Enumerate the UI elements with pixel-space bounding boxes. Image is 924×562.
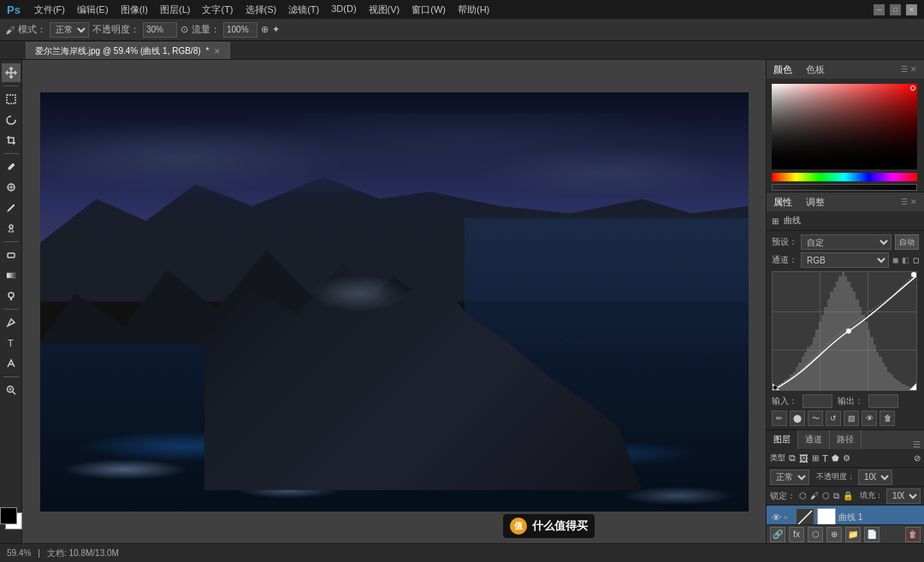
canvas-image[interactable] bbox=[40, 92, 749, 512]
close-button[interactable]: ✕ bbox=[906, 4, 917, 15]
panel-menu-btn[interactable]: ☰ bbox=[909, 440, 924, 449]
tool-pen[interactable] bbox=[2, 313, 21, 332]
mode-select[interactable]: 正常 bbox=[50, 22, 89, 38]
curves-pencil-tool[interactable]: ✏ bbox=[772, 411, 787, 426]
tool-clone[interactable] bbox=[2, 219, 21, 238]
curves-reset[interactable]: ↺ bbox=[826, 411, 841, 426]
tool-brush[interactable] bbox=[2, 198, 21, 217]
maximize-button[interactable]: □ bbox=[890, 4, 901, 15]
menu-text[interactable]: 文字(T) bbox=[198, 3, 236, 17]
tab-layers[interactable]: 图层 bbox=[767, 430, 798, 449]
eyedropper-white[interactable]: ◻ bbox=[913, 256, 919, 264]
lock-artboard[interactable]: ⧉ bbox=[833, 491, 839, 501]
flow-input[interactable]: 100% bbox=[223, 22, 258, 38]
delete-layer-button[interactable]: 🗑 bbox=[905, 527, 921, 542]
color-gradient[interactable] bbox=[772, 84, 917, 169]
tool-crop[interactable] bbox=[2, 131, 21, 150]
doc-size: 文档: 10.8M/13.0M bbox=[47, 547, 119, 559]
menu-filter[interactable]: 滤镜(T) bbox=[285, 3, 323, 17]
document-tab[interactable]: 爱尔兰海岸线.jpg @ 59.4% (曲线 1, RGB/8) * ✕ bbox=[26, 42, 230, 59]
opacity-input[interactable]: 30% bbox=[143, 22, 177, 38]
panel-collapse-icon[interactable]: ✕ bbox=[910, 65, 917, 74]
curves-eye[interactable]: 👁 bbox=[862, 411, 877, 426]
swatches-panel-title[interactable]: 色板 bbox=[806, 63, 825, 76]
status-divider: | bbox=[38, 548, 40, 558]
add-link-button[interactable]: 🔗 bbox=[770, 527, 785, 542]
lock-position[interactable]: ⬡ bbox=[822, 491, 830, 500]
tool-healing[interactable] bbox=[2, 178, 21, 197]
add-layer-button[interactable]: 📄 bbox=[864, 527, 880, 542]
output-label: 输出： bbox=[838, 395, 863, 407]
eyedropper-black[interactable]: ◼ bbox=[892, 256, 898, 264]
airbrush-icon[interactable]: ✦ bbox=[272, 24, 280, 35]
tool-gradient[interactable] bbox=[2, 266, 21, 285]
menu-layer[interactable]: 图层(L) bbox=[157, 3, 193, 17]
minimize-button[interactable]: ─ bbox=[874, 4, 885, 15]
menu-file[interactable]: 文件(F) bbox=[31, 3, 68, 17]
add-adjustment-button[interactable]: ⊕ bbox=[826, 527, 842, 542]
layer-visibility-curves[interactable]: 👁 bbox=[770, 512, 782, 524]
panel-menu-icon[interactable]: ☰ bbox=[901, 65, 908, 74]
add-mask-button[interactable]: ⬡ bbox=[808, 527, 823, 542]
layer-row-curves[interactable]: 👁 ▸ 曲线 1 bbox=[767, 506, 924, 524]
menu-help[interactable]: 帮助(H) bbox=[454, 3, 493, 17]
tool-path-selection[interactable] bbox=[2, 354, 21, 373]
curves-point-tool[interactable]: ⬤ bbox=[790, 411, 805, 426]
tool-zoom[interactable] bbox=[2, 381, 21, 399]
menu-window[interactable]: 窗口(W) bbox=[408, 3, 449, 17]
eyedropper-gray[interactable]: ◧ bbox=[902, 256, 909, 264]
adjustments-title[interactable]: 调整 bbox=[806, 196, 825, 209]
kind-filter-all[interactable]: ⧉ bbox=[789, 453, 796, 464]
opacity-select[interactable]: 100% bbox=[858, 470, 892, 485]
curves-clip[interactable]: ▧ bbox=[844, 411, 859, 426]
fg-bg-colors[interactable] bbox=[0, 507, 22, 529]
tool-eyedropper[interactable] bbox=[2, 157, 21, 176]
fill-select[interactable]: 100% bbox=[886, 488, 921, 504]
menu-3d[interactable]: 3D(D) bbox=[328, 3, 359, 17]
color-panel-header[interactable]: 颜色 色板 ☰ ✕ bbox=[767, 60, 924, 79]
lock-transparent[interactable]: ⬡ bbox=[799, 491, 807, 500]
preset-select[interactable]: 自定 bbox=[801, 234, 891, 250]
channel-select[interactable]: RGB bbox=[801, 252, 889, 268]
add-style-button[interactable]: fx bbox=[789, 527, 804, 542]
input-value[interactable] bbox=[803, 394, 832, 408]
panel-icons-2: ☰ ✕ bbox=[901, 198, 917, 206]
tool-lasso[interactable] bbox=[2, 110, 21, 129]
panel-collapse-icon-2[interactable]: ✕ bbox=[910, 198, 917, 206]
tab-paths[interactable]: 路径 bbox=[830, 430, 862, 449]
curves-graph[interactable] bbox=[772, 271, 917, 391]
layer-expand-curves: ▸ bbox=[785, 513, 793, 521]
canvas-area[interactable]: 值 什么值得买 bbox=[22, 60, 766, 543]
menu-image[interactable]: 图像(I) bbox=[117, 3, 151, 17]
kind-filter-type[interactable]: T bbox=[822, 453, 828, 464]
curves-smooth-tool[interactable]: 〜 bbox=[808, 411, 823, 426]
add-group-button[interactable]: 📁 bbox=[845, 527, 861, 542]
panel-menu-icon-2[interactable]: ☰ bbox=[901, 198, 908, 206]
properties-panel-header[interactable]: 属性 调整 ☰ ✕ bbox=[767, 192, 924, 211]
menu-edit[interactable]: 编辑(E) bbox=[74, 3, 112, 17]
kind-filter-smart[interactable]: ⚙ bbox=[843, 453, 850, 463]
lock-all[interactable]: 🔒 bbox=[843, 491, 853, 500]
kind-filter-adj[interactable]: ⊞ bbox=[812, 453, 819, 463]
output-high-point bbox=[911, 272, 916, 277]
auto-button[interactable]: 自动 bbox=[895, 234, 919, 250]
kind-filter-shape[interactable]: ⬟ bbox=[832, 453, 839, 463]
filter-toggle[interactable]: ⊘ bbox=[914, 453, 921, 463]
menu-view[interactable]: 视图(V) bbox=[365, 3, 404, 17]
tool-move[interactable] bbox=[2, 63, 21, 82]
foreground-color[interactable] bbox=[0, 507, 17, 524]
lock-image[interactable]: 🖌 bbox=[810, 491, 819, 500]
tab-close-button[interactable]: ✕ bbox=[214, 47, 221, 56]
tab-channels[interactable]: 通道 bbox=[798, 430, 830, 449]
color-spectrum[interactable] bbox=[772, 173, 917, 181]
alpha-bar[interactable] bbox=[772, 184, 917, 191]
tool-eraser[interactable] bbox=[2, 246, 21, 264]
output-value[interactable] bbox=[868, 394, 898, 408]
menu-select[interactable]: 选择(S) bbox=[242, 3, 281, 17]
tool-dodge[interactable] bbox=[2, 287, 21, 305]
blend-mode-select[interactable]: 正常 bbox=[770, 470, 809, 485]
tool-selection[interactable] bbox=[2, 90, 21, 109]
tool-text[interactable]: T bbox=[2, 334, 21, 352]
kind-filter-pixel[interactable]: 🖼 bbox=[799, 453, 808, 464]
curves-delete[interactable]: 🗑 bbox=[880, 411, 895, 426]
